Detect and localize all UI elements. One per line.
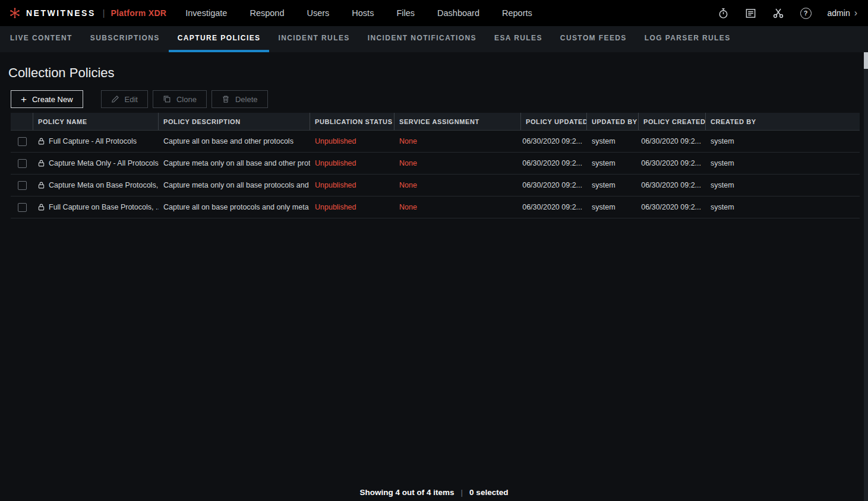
delete-label: Delete: [235, 95, 258, 104]
netwitness-logo[interactable]: NETWITNESS | Platform XDR: [8, 7, 166, 20]
col-publication-status[interactable]: PUBLICATION STATUS: [310, 113, 394, 130]
publication-status: Unpublished: [310, 175, 394, 196]
brand-product: Platform XDR: [111, 8, 166, 18]
col-policy-name[interactable]: POLICY NAME: [33, 113, 159, 130]
pencil-icon: [111, 95, 119, 103]
trash-icon: [222, 95, 230, 103]
nav-respond[interactable]: Respond: [250, 8, 284, 18]
row-checkbox[interactable]: [18, 181, 27, 190]
select-all-column: [11, 113, 33, 130]
tab-live-content[interactable]: LIVE CONTENT: [1, 26, 81, 52]
row-checkbox[interactable]: [18, 159, 27, 168]
page-title: Collection Policies: [8, 65, 860, 81]
publication-status: Unpublished: [310, 153, 394, 174]
row-checkbox[interactable]: [18, 203, 27, 212]
created-by: system: [706, 196, 860, 218]
user-menu[interactable]: admin ›: [828, 8, 857, 18]
plus-icon: +: [21, 94, 27, 104]
policy-updated: 06/30/2020 09:2...: [521, 196, 587, 218]
top-bar-right: ? admin ›: [718, 7, 857, 19]
nav-reports[interactable]: Reports: [502, 8, 532, 18]
policy-updated: 06/30/2020 09:2...: [521, 175, 587, 196]
col-service-assignment[interactable]: SERVICE ASSIGNMENT: [394, 113, 521, 130]
edit-label: Edit: [125, 95, 138, 104]
create-new-button[interactable]: + Create New: [11, 90, 83, 108]
items-count: Showing 4 out of 4 items: [360, 488, 454, 497]
help-icon[interactable]: ?: [800, 8, 812, 19]
table-row[interactable]: Capture Meta on Base Protocols, ... Capt…: [11, 175, 860, 196]
policy-created: 06/30/2020 09:2...: [639, 196, 706, 218]
lock-icon: [38, 182, 45, 189]
col-policy-description[interactable]: POLICY DESCRIPTION: [159, 113, 310, 130]
jobs-timer-icon[interactable]: [718, 8, 729, 19]
clone-icon: [163, 95, 171, 103]
policy-updated: 06/30/2020 09:2...: [521, 131, 587, 152]
vertical-scrollbar[interactable]: [864, 52, 868, 501]
policy-description: Capture meta only on all base protocols …: [159, 175, 310, 196]
publication-status: Unpublished: [310, 131, 394, 152]
policy-description: Capture all on base and other protocols: [159, 131, 310, 152]
tab-custom-feeds[interactable]: CUSTOM FEEDS: [551, 26, 636, 52]
nav-investigate[interactable]: Investigate: [185, 8, 227, 18]
col-policy-updated[interactable]: POLICY UPDATED: [521, 113, 587, 130]
table-row[interactable]: Full Capture on Base Protocols, ... Capt…: [11, 196, 860, 218]
tab-esa-rules[interactable]: ESA RULES: [485, 26, 551, 52]
top-bar: NETWITNESS | Platform XDR Investigate Re…: [0, 0, 868, 26]
nav-files[interactable]: Files: [396, 8, 415, 18]
tab-incident-rules[interactable]: INCIDENT RULES: [269, 26, 358, 52]
edit-button[interactable]: Edit: [101, 90, 148, 108]
main-nav: Investigate Respond Users Hosts Files Da…: [185, 8, 532, 18]
tab-log-parser-rules[interactable]: LOG PARSER RULES: [636, 26, 740, 52]
table-row[interactable]: Full Capture - All Protocols Capture all…: [11, 131, 860, 153]
service-assignment: None: [394, 196, 521, 218]
scrollbar-thumb[interactable]: [864, 52, 868, 69]
brand-divider: |: [103, 8, 105, 18]
updated-by: system: [587, 131, 639, 152]
publication-status: Unpublished: [310, 196, 394, 218]
app-window: NETWITNESS | Platform XDR Investigate Re…: [0, 0, 868, 501]
created-by: system: [706, 175, 860, 196]
delete-button[interactable]: Delete: [212, 90, 268, 108]
nav-users[interactable]: Users: [307, 8, 329, 18]
brand-name: NETWITNESS: [26, 8, 96, 18]
tab-capture-policies[interactable]: CAPTURE POLICIES: [169, 26, 270, 52]
nav-hosts[interactable]: Hosts: [352, 8, 374, 18]
col-created-by[interactable]: CREATED BY: [706, 113, 860, 130]
table-row[interactable]: Capture Meta Only - All Protocols Captur…: [11, 153, 860, 175]
tab-subscriptions[interactable]: SUBSCRIPTIONS: [81, 26, 169, 52]
netwitness-logo-icon: [8, 7, 21, 20]
created-by: system: [706, 153, 860, 174]
updated-by: system: [587, 175, 639, 196]
policy-name: Full Capture on Base Protocols, ...: [49, 203, 159, 211]
main-content: Collection Policies + Create New Edit: [0, 52, 868, 218]
policy-created: 06/30/2020 09:2...: [639, 153, 706, 174]
row-checkbox[interactable]: [18, 137, 27, 146]
toolbar: + Create New Edit Clone: [11, 90, 860, 108]
selected-count: 0 selected: [469, 488, 508, 497]
clone-button[interactable]: Clone: [153, 90, 207, 108]
user-name: admin: [828, 8, 850, 18]
service-assignment: None: [394, 153, 521, 174]
service-assignment: None: [394, 131, 521, 152]
policy-description: Capture meta only on all base and other …: [159, 153, 310, 174]
clone-label: Clone: [176, 95, 197, 104]
policy-description: Capture all on base protocols and only m…: [159, 196, 310, 218]
created-by: system: [706, 131, 860, 152]
policy-name: Full Capture - All Protocols: [49, 137, 137, 145]
updated-by: system: [587, 153, 639, 174]
lock-icon: [38, 138, 45, 145]
service-assignment: None: [394, 175, 521, 196]
tools-scissors-icon[interactable]: [772, 7, 784, 19]
col-policy-created[interactable]: POLICY CREATED: [639, 113, 706, 130]
col-updated-by[interactable]: UPDATED BY: [587, 113, 639, 130]
nav-dashboard[interactable]: Dashboard: [437, 8, 479, 18]
updated-by: system: [587, 196, 639, 218]
admin-tab-bar: LIVE CONTENT SUBSCRIPTIONS CAPTURE POLIC…: [0, 26, 868, 52]
policies-table: POLICY NAME POLICY DESCRIPTION PUBLICATI…: [11, 113, 860, 218]
policy-created: 06/30/2020 09:2...: [639, 175, 706, 196]
create-new-label: Create New: [32, 95, 73, 104]
policy-updated: 06/30/2020 09:2...: [521, 153, 587, 174]
tab-incident-notifications[interactable]: INCIDENT NOTIFICATIONS: [359, 26, 485, 52]
reports-panel-icon[interactable]: [745, 8, 756, 19]
policy-created: 06/30/2020 09:2...: [639, 131, 706, 152]
